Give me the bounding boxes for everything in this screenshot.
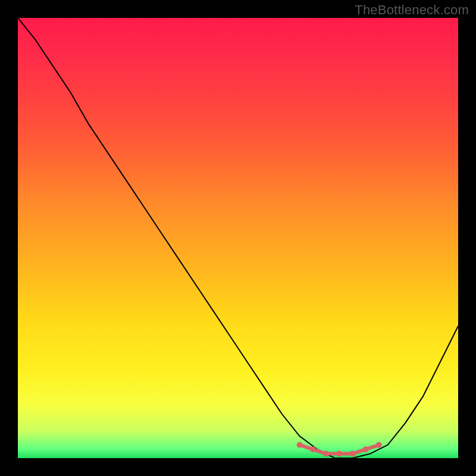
- optimal-point-marker: [310, 446, 316, 452]
- chart-overlay-svg: [18, 18, 458, 458]
- optimal-point-marker: [376, 442, 382, 448]
- optimal-point-marker: [297, 442, 303, 448]
- bottleneck-curve-line: [18, 18, 458, 458]
- optimal-point-marker: [363, 446, 369, 452]
- optimal-point-marker: [349, 451, 355, 457]
- watermark-text: TheBottleneck.com: [355, 2, 469, 18]
- optimal-point-marker: [336, 451, 342, 457]
- chart-plot-area: [18, 18, 458, 458]
- optimal-point-marker: [323, 451, 329, 457]
